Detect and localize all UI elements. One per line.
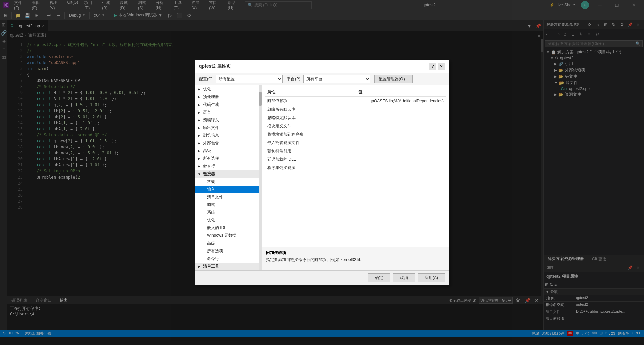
dialog-apply-button[interactable]: 应用(A) [418,273,445,282]
config-field: 配置(C): 所有配置 [199,75,283,83]
dlg-node-linker-cat[interactable]: ▼链接器 [195,170,262,178]
dlg-item-force-symbol-label: 强制符号引用 [267,148,291,154]
dialog-title-text: qptest2 属性页 [199,63,429,69]
dialog-info-section: 附加依赖项 指定要添加到链接命令行的附加项。[例如 kernel32.lib] [262,247,449,270]
dialog-title-buttons: ? ✕ [429,63,445,70]
dlg-node-cmdline1[interactable]: ▶命令行 [195,162,262,170]
dialog-body: ▶优化 ▶预处理器 ▶代码生成 ▶语言 ▶预编译头 ▶输出文件 ▶浏览信息 ▶外… [195,85,449,270]
dlg-node-allopts2[interactable]: 所有选项 [195,247,262,255]
dlg-node-general[interactable]: 常规 [195,178,262,186]
dlg-item-add-module[interactable]: 将模块添加到程序集 [265,130,446,139]
dialog-ok-button[interactable]: 确定 [368,273,390,282]
dlg-left-scrollbar[interactable] [259,85,262,270]
dialog-overlay: qptest2 属性页 ? ✕ 配置(C): 所有配置 平台(P): 所有平台 … [0,0,644,345]
dlg-node-optimize[interactable]: ▶优化 [195,85,262,93]
dlg-item-ignore-specific[interactable]: 忽略特定默认库 [265,114,446,122]
dlg-item-module-def-label: 模块定义文件 [267,123,291,129]
dlg-node-advanced1[interactable]: ▶高级 [195,147,262,155]
dlg-node-advanced2[interactable]: 高级 [195,239,262,247]
dlg-node-manifest-file[interactable]: 清单文件 [195,193,262,201]
dlg-item-ignore-all-label: 忽略所有默认库 [267,107,296,112]
properties-dialog: qptest2 属性页 ? ✕ 配置(C): 所有配置 平台(P): 所有平台 … [195,60,449,285]
dlg-item-delay-dll[interactable]: 延迟加载的 DLL [265,155,446,164]
dlg-item-assembly-link-label: 程序集链接资源 [267,165,296,171]
dlg-item-addl-deps-label: 附加依赖项 [267,98,287,104]
dialog-cancel-button[interactable]: 取消 [393,273,415,282]
dialog-info-title: 附加依赖项 [266,250,445,256]
dlg-tree-scroll[interactable]: ▶优化 ▶预处理器 ▶代码生成 ▶语言 ▶预编译头 ▶输出文件 ▶浏览信息 ▶外… [195,85,262,270]
dlg-item-add-module-label: 将模块添加到程序集 [267,132,304,137]
dlg-item-force-symbol[interactable]: 强制符号引用 [265,147,446,155]
dlg-node-extinclude[interactable]: ▶外部包含 [195,139,262,147]
dlg-item-assembly-link[interactable]: 程序集链接资源 [265,164,446,172]
dlg-node-winmeta[interactable]: Windows 元数据 [195,232,262,239]
dlg-item-ignore-specific-label: 忽略特定默认库 [267,115,296,121]
dialog-footer: 确定 取消 应用(A) [195,270,449,285]
dlg-node-language[interactable]: ▶语言 [195,109,262,116]
dlg-right-header: 属性 值 [265,88,446,97]
dlg-node-manifest-tool[interactable]: ▶清单工具 [195,263,262,270]
dlg-item-ignore-all[interactable]: 忽略所有默认库 [265,105,446,114]
dlg-item-module-def[interactable]: 模块定义文件 [265,122,446,130]
config-select[interactable]: 所有配置 [216,75,283,83]
dialog-right-list: 属性 值 附加依赖项 qpOASES.lib;%(AdditionalDepen… [262,85,449,247]
dlg-node-system[interactable]: 系统 [195,209,262,216]
platform-label: 平台(P): [287,76,301,82]
dialog-right-panel: 属性 值 附加依赖项 qpOASES.lib;%(AdditionalDepen… [262,85,449,270]
dlg-node-allopts1[interactable]: ▶所有选项 [195,155,262,162]
dlg-node-preprocessor[interactable]: ▶预处理器 [195,93,262,101]
dialog-title-bar: qptest2 属性页 ? ✕ [195,60,449,73]
dlg-node-output[interactable]: ▶输出文件 [195,124,262,132]
dlg-node-debug[interactable]: 调试 [195,201,262,209]
dialog-help-button[interactable]: ? [429,63,436,70]
dlg-col-property: 属性 [265,88,356,96]
platform-field: 平台(P): 所有平台 [287,75,370,83]
dlg-node-browse[interactable]: ▶浏览信息 [195,132,262,139]
dlg-node-optimize2[interactable]: 优化 [195,216,262,224]
config-label: 配置(C): [199,76,214,82]
dialog-info-desc: 指定要添加到链接命令行的附加项。[例如 kernel32.lib] [266,257,445,263]
dlg-item-embed-managed[interactable]: 嵌入托管资源文件 [265,139,446,147]
dlg-node-codegen[interactable]: ▶代码生成 [195,101,262,109]
dialog-toolbar: 配置(C): 所有配置 平台(P): 所有平台 配置管理器(O)... [195,73,449,85]
dlg-node-cmdline2[interactable]: 命令行 [195,255,262,263]
dialog-left-tree: ▶优化 ▶预处理器 ▶代码生成 ▶语言 ▶预编译头 ▶输出文件 ▶浏览信息 ▶外… [195,85,262,270]
dlg-node-input[interactable]: 输入 [195,186,262,193]
dlg-col-value: 值 [356,88,446,96]
dlg-node-pch[interactable]: ▶预编译头 [195,116,262,124]
dialog-close-button[interactable]: ✕ [438,63,445,70]
dlg-item-embed-managed-label: 嵌入托管资源文件 [267,140,300,146]
dlg-item-delay-dll-label: 延迟加载的 DLL [267,157,296,162]
dlg-node-embedded-idl[interactable]: 嵌入的 IDL [195,224,262,232]
platform-select[interactable]: 所有平台 [303,75,370,83]
dlg-left-scrollbar-thumb [259,92,262,106]
config-manager-button[interactable]: 配置管理器(O)... [374,75,412,83]
dlg-item-addl-deps[interactable]: 附加依赖项 qpOASES.lib;%(AdditionalDependenci… [265,97,446,105]
dlg-item-addl-deps-value: qpOASES.lib;%(AdditionalDependencies) [370,99,444,104]
